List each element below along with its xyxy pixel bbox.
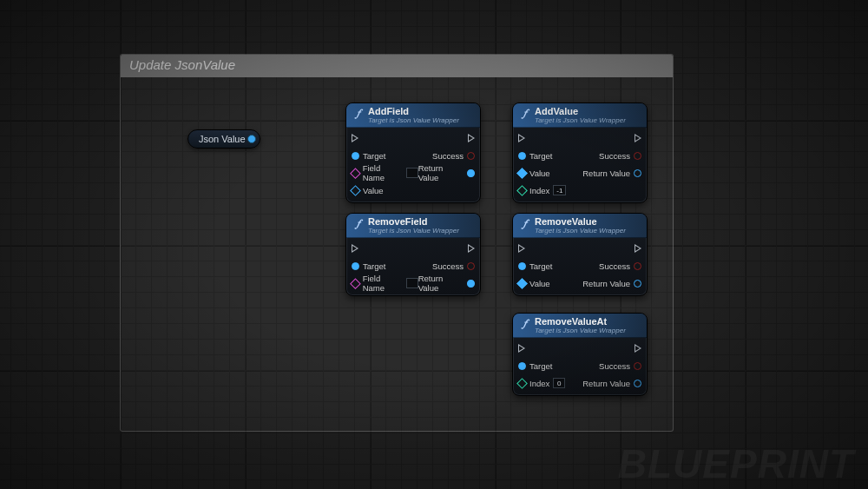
pin-value[interactable] <box>350 185 361 196</box>
pin-index[interactable] <box>516 378 528 389</box>
pin-success[interactable] <box>467 262 475 270</box>
pin-target[interactable] <box>352 152 359 160</box>
fieldname-default-input[interactable] <box>406 168 418 178</box>
pin-label: Index <box>529 186 549 195</box>
node-title: RemoveField <box>368 217 459 228</box>
function-icon: 𝑓 <box>352 217 364 229</box>
pin-returnvalue[interactable] <box>634 380 641 387</box>
pin-label: Success <box>432 261 464 271</box>
node-subtitle: Target is Json Value Wrapper <box>368 117 459 124</box>
node-subtitle: Target is Json Value Wrapper <box>535 228 626 235</box>
pin-target[interactable] <box>518 262 526 270</box>
exec-out-pin[interactable] <box>468 134 475 142</box>
pin-label: Index <box>529 379 549 388</box>
pin-label: Return Value <box>418 163 464 182</box>
pin-label: Success <box>599 151 630 161</box>
function-icon: 𝑓 <box>352 107 364 119</box>
node-header[interactable]: 𝑓 RemoveField Target is Json Value Wrapp… <box>346 214 480 238</box>
pin-fieldname[interactable] <box>350 168 360 178</box>
function-icon: 𝑓 <box>518 317 530 329</box>
exec-out-pin[interactable] <box>635 344 641 353</box>
pin-success[interactable] <box>634 362 641 370</box>
exec-in-pin[interactable] <box>352 244 358 253</box>
pin-label: Success <box>432 151 464 161</box>
pin-target[interactable] <box>518 362 526 370</box>
pin-target[interactable] <box>518 152 526 160</box>
var-output-pin[interactable] <box>247 135 256 143</box>
node-removefield[interactable]: 𝑓 RemoveField Target is Json Value Wrapp… <box>345 213 481 296</box>
pin-label: Target <box>529 151 552 161</box>
exec-out-pin[interactable] <box>635 134 641 142</box>
pin-success[interactable] <box>634 262 641 270</box>
pin-label: Field Name <box>363 163 403 182</box>
exec-out-pin[interactable] <box>468 244 475 253</box>
exec-in-pin[interactable] <box>518 344 525 353</box>
pin-label: Target <box>363 261 385 271</box>
node-header[interactable]: 𝑓 AddValue Target is Json Value Wrapper <box>513 103 647 128</box>
pin-label: Return Value <box>418 274 464 293</box>
pin-label: Success <box>599 261 630 271</box>
function-icon: 𝑓 <box>518 107 530 119</box>
pin-value[interactable] <box>516 168 528 179</box>
pin-label: Target <box>529 361 552 371</box>
comment-title[interactable]: Update JsonValue <box>121 55 673 77</box>
exec-in-pin[interactable] <box>518 134 525 142</box>
index-default-input[interactable]: -1 <box>553 185 566 195</box>
function-icon: 𝑓 <box>518 217 530 229</box>
pin-label: Value <box>363 186 384 195</box>
pin-label: Target <box>529 261 552 271</box>
pin-index[interactable] <box>516 185 528 196</box>
pin-label: Success <box>599 361 630 371</box>
pin-returnvalue[interactable] <box>467 280 475 287</box>
pin-returnvalue[interactable] <box>634 280 641 287</box>
pin-returnvalue[interactable] <box>634 169 641 177</box>
node-header[interactable]: 𝑓 RemoveValue Target is Json Value Wrapp… <box>513 214 647 238</box>
pin-success[interactable] <box>634 152 641 160</box>
pin-value[interactable] <box>516 278 528 289</box>
pin-returnvalue[interactable] <box>467 169 475 177</box>
node-subtitle: Target is Json Value Wrapper <box>535 117 626 124</box>
pin-label: Value <box>529 279 550 288</box>
node-addfield[interactable]: 𝑓 AddField Target is Json Value Wrapper … <box>345 102 481 203</box>
node-header[interactable]: 𝑓 AddField Target is Json Value Wrapper <box>346 103 480 128</box>
pin-label: Return Value <box>582 379 630 388</box>
var-node-label: Json Value <box>199 134 246 144</box>
node-subtitle: Target is Json Value Wrapper <box>368 228 459 235</box>
exec-in-pin[interactable] <box>518 244 525 253</box>
pin-label: Target <box>363 151 385 161</box>
node-subtitle: Target is Json Value Wrapper <box>535 327 626 334</box>
exec-in-pin[interactable] <box>352 134 358 142</box>
pin-success[interactable] <box>467 152 475 160</box>
pin-label: Return Value <box>582 169 630 178</box>
node-removevalue[interactable]: 𝑓 RemoveValue Target is Json Value Wrapp… <box>512 213 648 296</box>
pin-label: Field Name <box>363 274 403 293</box>
var-get-node-jsonvalue[interactable]: Json Value <box>187 129 260 149</box>
node-title: RemoveValueAt <box>535 317 626 327</box>
node-title: AddValue <box>535 107 626 117</box>
node-header[interactable]: 𝑓 RemoveValueAt Target is Json Value Wra… <box>513 314 647 338</box>
node-removevalueat[interactable]: 𝑓 RemoveValueAt Target is Json Value Wra… <box>512 313 648 396</box>
node-addvalue[interactable]: 𝑓 AddValue Target is Json Value Wrapper … <box>512 102 648 203</box>
fieldname-default-input[interactable] <box>406 278 418 288</box>
watermark-text: BLUEPRINT <box>618 440 854 487</box>
exec-out-pin[interactable] <box>635 244 641 253</box>
pin-label: Value <box>529 169 550 178</box>
pin-label: Return Value <box>582 279 630 288</box>
index-default-input[interactable]: 0 <box>553 378 565 388</box>
pin-fieldname[interactable] <box>350 278 360 288</box>
node-title: RemoveValue <box>535 217 626 228</box>
pin-target[interactable] <box>352 262 359 270</box>
node-title: AddField <box>368 107 459 117</box>
